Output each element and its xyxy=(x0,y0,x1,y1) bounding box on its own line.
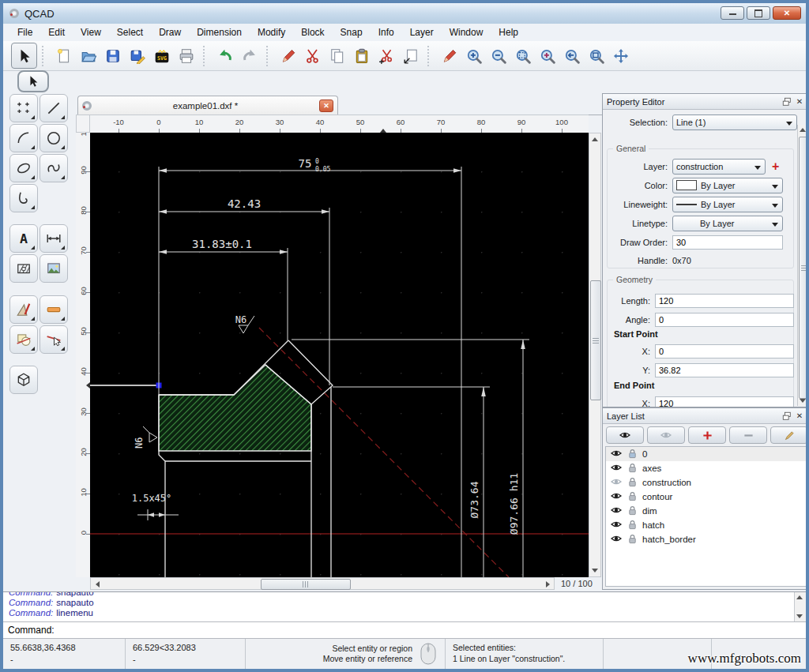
zoom-window-button[interactable] xyxy=(584,43,608,68)
scroll-up-icon[interactable] xyxy=(795,592,804,603)
menu-layer[interactable]: Layer xyxy=(402,25,442,39)
new-button[interactable] xyxy=(51,43,76,68)
layer-lock-toggle[interactable] xyxy=(627,477,638,489)
text-button[interactable]: A xyxy=(9,224,38,253)
edit-layer-button[interactable] xyxy=(770,426,808,444)
hide-all-layers-button[interactable] xyxy=(647,426,685,444)
canvas-vertical-scrollbar[interactable] xyxy=(589,133,601,577)
layer-row-contour[interactable]: contour xyxy=(606,490,807,504)
solid-button[interactable] xyxy=(9,366,38,394)
arc-button[interactable] xyxy=(9,124,38,152)
misc-button[interactable] xyxy=(9,295,38,324)
selection-combo[interactable]: Line (1) xyxy=(672,115,797,130)
zoom-previous-button[interactable] xyxy=(559,43,584,68)
draw-pencil-button[interactable] xyxy=(437,43,461,68)
scroll-down-icon[interactable] xyxy=(795,611,804,621)
layer-visibility-toggle[interactable] xyxy=(611,534,622,545)
open-button[interactable] xyxy=(76,43,100,68)
start-x-input[interactable] xyxy=(655,344,794,359)
circle-button[interactable] xyxy=(40,124,68,152)
image-button[interactable] xyxy=(40,254,68,283)
layer-row-axes[interactable]: axes xyxy=(606,461,807,475)
polyline-button[interactable] xyxy=(9,184,38,212)
layer-lock-toggle[interactable] xyxy=(627,449,638,460)
horizontal-scroll-thumb[interactable] xyxy=(261,579,351,590)
modify-button[interactable] xyxy=(9,325,38,354)
drawing-area[interactable]: 75 0 0.05 42.43 31.83±0.1 1.5x45° Ø73.64… xyxy=(90,133,589,577)
save-button[interactable] xyxy=(100,43,125,68)
length-input[interactable] xyxy=(655,294,794,308)
minimize-button[interactable] xyxy=(721,6,744,20)
line-button[interactable] xyxy=(40,94,68,122)
paste-reference-button[interactable] xyxy=(398,43,423,68)
close-button[interactable]: ✕ xyxy=(773,6,801,20)
menu-view[interactable]: View xyxy=(73,25,109,39)
command-history-scrollbar[interactable] xyxy=(794,592,806,621)
scroll-right-icon[interactable] xyxy=(543,579,552,589)
undo-button[interactable] xyxy=(213,43,237,68)
print-button[interactable] xyxy=(174,43,198,68)
layer-visibility-toggle[interactable] xyxy=(611,520,622,531)
layer-row-hatch_border[interactable]: hatch_border xyxy=(606,532,807,546)
layer-visibility-toggle[interactable] xyxy=(611,477,622,488)
close-panel-icon[interactable]: ✕ xyxy=(793,96,806,107)
layer-lock-toggle[interactable] xyxy=(627,505,638,517)
maximize-button[interactable] xyxy=(747,6,770,20)
attributes-button[interactable] xyxy=(40,295,68,324)
property-scroll-thumb[interactable] xyxy=(799,137,809,399)
menu-file[interactable]: File xyxy=(9,25,40,39)
angle-input[interactable] xyxy=(655,313,794,327)
layer-lock-toggle[interactable] xyxy=(627,534,638,546)
vertical-scroll-thumb[interactable] xyxy=(590,280,601,400)
cut-reference-button[interactable] xyxy=(374,43,398,68)
layer-lock-toggle[interactable] xyxy=(627,520,638,531)
trim-button[interactable] xyxy=(40,325,68,354)
layer-row-hatch[interactable]: hatch xyxy=(606,518,807,532)
layer-visibility-toggle[interactable] xyxy=(611,505,622,516)
layer-row-dim[interactable]: dim xyxy=(606,504,807,518)
document-tab[interactable]: example01.dxf * ✕ xyxy=(77,96,338,115)
add-property-button[interactable]: + xyxy=(772,160,779,174)
paste-button[interactable] xyxy=(349,43,374,68)
zoom-in-button[interactable] xyxy=(461,43,486,68)
undock-icon[interactable] xyxy=(781,96,793,107)
hatch-button[interactable] xyxy=(9,254,38,283)
redo-button[interactable] xyxy=(237,43,262,68)
save-as-button[interactable] xyxy=(125,43,149,68)
menu-help[interactable]: Help xyxy=(491,25,526,39)
draw-order-input[interactable] xyxy=(672,235,783,250)
pan-button[interactable] xyxy=(608,43,633,68)
menu-dimension[interactable]: Dimension xyxy=(189,25,250,39)
point-button[interactable] xyxy=(9,94,38,122)
layer-lock-toggle[interactable] xyxy=(627,463,638,475)
menu-block[interactable]: Block xyxy=(293,25,332,39)
zoom-out-button[interactable] xyxy=(486,43,510,68)
zoom-auto-button[interactable] xyxy=(510,43,535,68)
command-history[interactable]: Command:snapautoCommand:snapautoCommand:… xyxy=(3,591,806,622)
scroll-down-icon[interactable] xyxy=(798,396,807,406)
remove-layer-button[interactable] xyxy=(729,426,767,444)
dimension-button[interactable] xyxy=(40,224,68,253)
scroll-up-icon[interactable] xyxy=(590,134,600,145)
select-tool-button[interactable] xyxy=(17,70,49,92)
lineweight-combo[interactable]: By Layer xyxy=(672,197,783,212)
end-x-input[interactable] xyxy=(655,396,794,407)
menu-select[interactable]: Select xyxy=(109,25,151,39)
menu-modify[interactable]: Modify xyxy=(250,25,293,39)
show-all-layers-button[interactable] xyxy=(606,426,644,444)
zoom-selection-button[interactable] xyxy=(535,43,559,68)
color-combo[interactable]: By Layer xyxy=(672,178,783,193)
layer-visibility-toggle[interactable] xyxy=(611,463,622,474)
spline-button[interactable] xyxy=(40,154,68,182)
close-panel-icon[interactable]: ✕ xyxy=(793,411,806,422)
command-input[interactable] xyxy=(55,623,806,637)
menu-info[interactable]: Info xyxy=(371,25,402,39)
layer-row-0[interactable]: 0 xyxy=(606,447,807,461)
tab-close-button[interactable]: ✕ xyxy=(319,99,333,112)
menu-edit[interactable]: Edit xyxy=(40,25,73,39)
linetype-combo[interactable]: By Layer xyxy=(672,216,783,231)
layer-visibility-toggle[interactable] xyxy=(611,491,622,502)
copy-button[interactable] xyxy=(325,43,349,68)
layer-lock-toggle[interactable] xyxy=(627,491,638,503)
edit-pencil-button[interactable] xyxy=(276,43,300,68)
